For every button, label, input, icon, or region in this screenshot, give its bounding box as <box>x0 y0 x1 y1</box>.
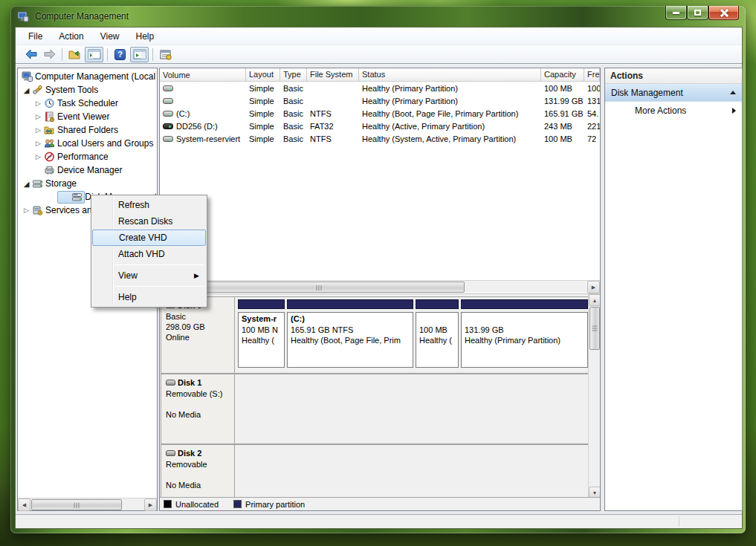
disk-management-icon <box>71 192 83 202</box>
column-header-capacity[interactable]: Capacity <box>541 68 584 81</box>
partition-131gb[interactable]: 131.99 GB Healthy (Primary Partition) <box>461 299 588 368</box>
close-icon <box>720 9 728 17</box>
window-title: Computer Management <box>35 11 129 22</box>
scroll-right-icon[interactable]: ▶ <box>144 498 157 511</box>
disk-row-2[interactable]: Disk 2 Removable No Media <box>161 444 589 498</box>
expander-collapsed-icon[interactable]: ▷ <box>33 126 44 134</box>
maximize-icon <box>694 10 701 16</box>
performance-icon <box>44 152 55 162</box>
services-icon <box>32 205 43 215</box>
export-list-button[interactable] <box>65 47 84 62</box>
primary-partition-swatch <box>233 500 242 508</box>
tree-item-device-manager[interactable]: Device Manager <box>18 163 157 177</box>
tree-item-performance[interactable]: ▷ Performance <box>18 150 157 163</box>
device-manager-icon <box>44 165 55 175</box>
expander-collapsed-icon[interactable]: ▷ <box>33 153 44 160</box>
tree-item-event-viewer[interactable]: ▷ Event Viewer <box>18 110 157 123</box>
volume-row[interactable]: DD256 (D:) Simple Basic FAT32 Healthy (A… <box>160 120 600 132</box>
help-button[interactable]: ? <box>111 47 129 62</box>
maximize-button[interactable] <box>687 6 708 20</box>
tree-horizontal-scrollbar[interactable]: ◀ ▶ <box>18 498 157 510</box>
expander-collapsed-icon[interactable]: ▷ <box>33 100 44 107</box>
forward-button[interactable] <box>40 47 59 62</box>
menu-item-create-vhd[interactable]: Create VHD <box>92 230 206 246</box>
disk-icon <box>166 450 175 456</box>
disk-1-label[interactable]: Disk 1 Removable (S:) No Media <box>161 374 235 443</box>
tree-item-system-tools[interactable]: ◢ System Tools <box>18 83 157 97</box>
tree-item-task-scheduler[interactable]: ▷ Task Scheduler <box>18 97 157 110</box>
tree-item-storage[interactable]: ◢ Storage <box>18 177 157 190</box>
more-actions-item[interactable]: More Actions <box>605 102 742 120</box>
disk-0-partitions: System-r 100 MB N Healthy ( (C:) 165.91 … <box>236 297 588 373</box>
disk-row-1[interactable]: Disk 1 Removable (S:) No Media <box>161 374 589 444</box>
menu-item-attach-vhd[interactable]: Attach VHD <box>92 246 206 262</box>
tree-item-local-users-and-groups[interactable]: ▷ Local Users and Groups <box>18 137 157 150</box>
menu-item-refresh[interactable]: Refresh <box>92 197 206 213</box>
disk-2-label[interactable]: Disk 2 Removable No Media <box>161 445 235 498</box>
console-tree-toggle-icon <box>88 49 101 59</box>
tree-item-label: Computer Management (Local <box>35 71 155 82</box>
volume-row[interactable]: (C:) Simple Basic NTFS Healthy (Boot, Pa… <box>160 107 600 120</box>
console-tree-toggle-button[interactable] <box>85 47 103 62</box>
menu-help[interactable]: Help <box>128 29 163 44</box>
actions-group-disk-management[interactable]: Disk Management <box>605 84 742 102</box>
disk-icon <box>166 380 175 386</box>
column-header-file-system[interactable]: File System <box>307 68 359 81</box>
action-pane-toggle-icon <box>133 49 146 59</box>
column-header-status[interactable]: Status <box>359 68 541 81</box>
volume-row[interactable]: Simple Basic Healthy (Primary Partition)… <box>160 94 600 107</box>
scroll-right-icon[interactable]: ▶ <box>587 281 600 293</box>
tree-hscroll-thumb[interactable] <box>31 499 122 510</box>
forward-icon <box>43 49 56 59</box>
back-button[interactable] <box>22 47 40 62</box>
computer-management-icon <box>17 10 29 22</box>
primary-partition-bar <box>461 299 588 309</box>
menu-item-rescan-disks[interactable]: Rescan Disks <box>92 213 206 230</box>
volume-icon <box>163 98 173 104</box>
menubar: File Action View Help <box>16 27 742 45</box>
column-header-volume[interactable]: Volume <box>160 68 246 81</box>
menu-file[interactable]: File <box>20 29 51 44</box>
action-pane-toggle-button[interactable] <box>130 47 149 62</box>
tree-item-shared-folders[interactable]: ▷ Shared Folders <box>18 123 157 137</box>
new-window-icon <box>159 49 172 60</box>
volume-list-horizontal-scrollbar[interactable]: ◀ ▶ <box>160 280 600 293</box>
legend-unallocated: Unallocated <box>164 500 219 509</box>
volume-row[interactable]: System-reserviert Simple Basic NTFS Heal… <box>160 132 600 145</box>
expander-collapsed-icon[interactable]: ▷ <box>33 113 44 120</box>
shared-folders-icon <box>44 125 55 135</box>
volume-hscroll-thumb[interactable] <box>173 282 465 293</box>
menu-view[interactable]: View <box>92 29 128 44</box>
disk-view-vertical-scrollbar[interactable]: ▲ ▼ <box>588 294 600 498</box>
partition-legend: Unallocated Primary partition <box>160 497 600 510</box>
partition-100mb[interactable]: 100 MB Healthy ( <box>416 299 459 368</box>
close-button[interactable] <box>708 6 739 20</box>
toolbar-separator <box>62 48 62 61</box>
scroll-left-icon[interactable]: ◀ <box>18 498 30 511</box>
help-icon: ? <box>114 49 126 60</box>
column-header-layout[interactable]: Layout <box>246 68 280 81</box>
legend-primary-partition: Primary partition <box>233 500 305 509</box>
expander-expanded-icon[interactable]: ◢ <box>21 86 32 94</box>
partition-system-reserved[interactable]: System-r 100 MB N Healthy ( <box>238 299 285 368</box>
tree-item-computer-management[interactable]: Computer Management (Local <box>18 70 157 83</box>
partition-c[interactable]: (C:) 165.91 GB NTFS Healthy (Boot, Page … <box>287 299 413 368</box>
disk-view-vscroll-thumb[interactable] <box>589 307 600 350</box>
minimize-button[interactable] <box>665 6 687 20</box>
expander-collapsed-icon[interactable]: ▷ <box>33 140 44 147</box>
column-header-type[interactable]: Type <box>280 68 307 81</box>
menu-item-help[interactable]: Help <box>92 289 206 305</box>
column-header-free-space[interactable]: Free Space <box>584 68 600 81</box>
titlebar[interactable]: Computer Management <box>10 6 746 27</box>
new-window-button[interactable] <box>156 47 175 62</box>
volume-row[interactable]: Simple Basic Healthy (Primary Partition)… <box>160 82 600 94</box>
menu-item-view[interactable]: View ▶ <box>92 267 206 284</box>
menu-action[interactable]: Action <box>51 29 91 44</box>
collapse-group-icon[interactable] <box>730 91 736 94</box>
disk-0-label[interactable]: Disk 0 Basic 298.09 GB Online <box>161 297 235 373</box>
scroll-up-icon[interactable]: ▲ <box>589 294 600 306</box>
disk-row-0[interactable]: Disk 0 Basic 298.09 GB Online System-r 1… <box>161 296 589 374</box>
back-icon <box>25 49 38 59</box>
expander-expanded-icon[interactable]: ◢ <box>21 180 32 188</box>
expander-collapsed-icon[interactable]: ▷ <box>21 207 32 214</box>
